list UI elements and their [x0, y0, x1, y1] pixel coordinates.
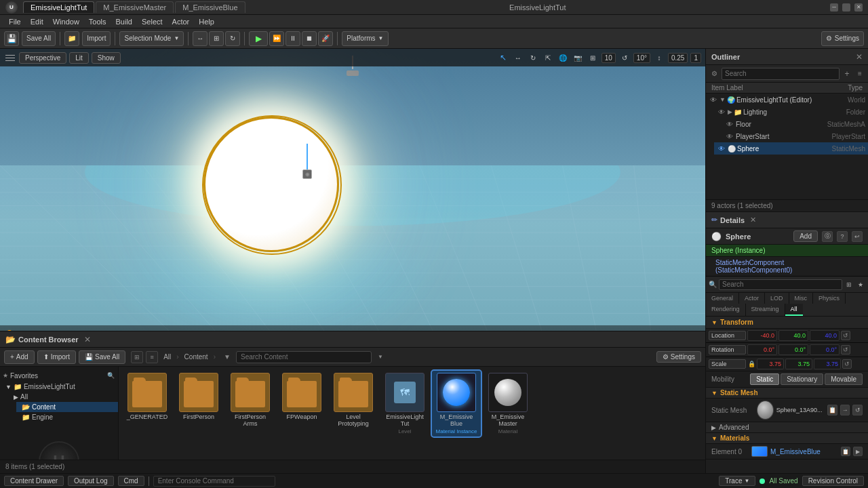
- mesh-find-btn[interactable]: →: [840, 405, 850, 415]
- tab-rendering[interactable]: Rendering: [706, 304, 746, 316]
- outliner-add-btn[interactable]: +: [842, 68, 852, 79]
- close-btn[interactable]: ✕: [854, 3, 863, 12]
- tab-misc[interactable]: Misc: [789, 293, 814, 304]
- cb-item-generated[interactable]: _GENERATED: [123, 371, 172, 436]
- sphere-instance-row[interactable]: Sphere (Instance): [706, 245, 868, 257]
- scale-x-input[interactable]: [757, 359, 784, 369]
- materials-section-header[interactable]: ▼ Materials: [706, 433, 868, 444]
- mat-use-btn[interactable]: ▶: [853, 447, 863, 456]
- cb-item-m-emissive-master[interactable]: M_Emissive Master Material: [484, 371, 532, 436]
- details-search-input[interactable]: [719, 279, 842, 290]
- cb-engine-item[interactable]: 📁 Engine: [16, 412, 118, 422]
- cb-icon-btn1[interactable]: ⊞: [131, 351, 143, 363]
- cb-item-firstperson-arms[interactable]: FirstPerson Arms: [226, 371, 275, 436]
- rotation-x-input[interactable]: [747, 344, 777, 355]
- cb-item-level-proto[interactable]: Level Prototyping: [329, 371, 378, 436]
- cb-item-firstperson[interactable]: FirstPerson: [174, 371, 223, 436]
- rotation-snap-icon[interactable]: ↺: [618, 52, 631, 64]
- details-add-btn[interactable]: Add: [793, 230, 818, 242]
- details-icon-btn1[interactable]: ⓪: [822, 231, 833, 242]
- stop-btn[interactable]: ⏹: [302, 31, 317, 46]
- tab-lod[interactable]: LOD: [765, 293, 789, 304]
- cb-item-m-emissive-blue[interactable]: M_Emissive Blue Material Instance: [432, 371, 481, 436]
- eye-icon-world[interactable]: 👁: [709, 95, 718, 104]
- outliner-filter-btn[interactable]: ⚙: [709, 68, 719, 79]
- cb-path-content[interactable]: Content: [182, 352, 211, 361]
- cb-close-btn[interactable]: ✕: [84, 335, 91, 344]
- console-input[interactable]: [153, 476, 275, 487]
- cb-all-item[interactable]: ▶ All: [8, 392, 118, 402]
- outliner-item-playerstart[interactable]: 👁 PlayerStart PlayerStart: [722, 130, 868, 142]
- cb-save-all-btn[interactable]: 💾 Save All: [79, 350, 125, 364]
- cb-icon-btn2[interactable]: ≡: [146, 351, 158, 363]
- play-btn[interactable]: ▶: [249, 31, 268, 46]
- toolbar-platforms[interactable]: Platforms ▼: [342, 31, 388, 46]
- cb-item-fpweapon[interactable]: FPWeapon: [277, 371, 326, 436]
- tab-general[interactable]: General: [706, 293, 739, 304]
- outliner-search-input[interactable]: [722, 68, 840, 80]
- outliner-item-world[interactable]: 👁 ▼ 🌍 EmissiveLightTut (Editor) World: [706, 94, 868, 106]
- cb-import-btn[interactable]: ⬆ Import: [37, 350, 76, 364]
- material-name-display[interactable]: M_EmissiveBlue: [770, 448, 821, 455]
- details-grid-view-btn[interactable]: ⊞: [844, 280, 854, 289]
- cb-filter-icon[interactable]: ▼: [221, 351, 233, 363]
- source-control-btn[interactable]: Revision Control: [802, 476, 864, 486]
- eye-icon-sphere[interactable]: 👁: [717, 144, 726, 153]
- mobility-static-btn[interactable]: Static: [750, 373, 779, 385]
- grid-snap-btn[interactable]: ⊞: [587, 52, 599, 64]
- translate-icon-btn[interactable]: ↔: [512, 52, 524, 64]
- location-x-input[interactable]: [747, 330, 777, 341]
- outliner-close-btn[interactable]: ✕: [856, 52, 863, 62]
- maximize-btn[interactable]: [842, 3, 850, 12]
- launch-btn[interactable]: 🚀: [318, 31, 333, 46]
- menu-window[interactable]: Window: [48, 16, 84, 27]
- sphere-component-row[interactable]: StaticMeshComponent (StaticMeshComponent…: [706, 257, 868, 277]
- details-icon-btn3[interactable]: ↩: [852, 231, 863, 242]
- menu-file[interactable]: File: [4, 16, 26, 27]
- details-close-btn[interactable]: ✕: [750, 216, 756, 224]
- eye-icon-playerstart[interactable]: 👁: [725, 131, 734, 141]
- mobility-stationary-btn[interactable]: Stationary: [781, 373, 823, 385]
- details-icon-btn2[interactable]: ?: [837, 231, 848, 242]
- content-drawer-btn[interactable]: Content Drawer: [4, 476, 64, 486]
- tab-all[interactable]: All: [785, 304, 803, 316]
- location-reset-btn[interactable]: ↺: [841, 331, 850, 340]
- scale-y-input[interactable]: [785, 359, 812, 369]
- eye-icon-lighting[interactable]: 👁: [717, 107, 726, 117]
- scale-lock-icon[interactable]: 🔒: [747, 360, 755, 368]
- outliner-item-sphere[interactable]: 👁 ⚪ Sphere StaticMesh: [714, 142, 868, 155]
- trace-btn[interactable]: Trace ▼: [719, 476, 755, 486]
- transform-section-header[interactable]: ▼ Transform: [706, 317, 868, 329]
- tab-emissivemaster[interactable]: M_EmissiveMaster: [96, 1, 174, 13]
- toolbar-settings[interactable]: ⚙ Settings: [821, 31, 864, 46]
- cb-add-btn[interactable]: + Add: [4, 350, 35, 364]
- menu-help[interactable]: Help: [194, 16, 219, 27]
- toolbar-content-btn[interactable]: 📁: [64, 31, 79, 46]
- scale-reset-btn[interactable]: ↺: [842, 359, 852, 369]
- cb-path-all[interactable]: All: [161, 352, 174, 361]
- cursor-icon-btn[interactable]: ↖: [497, 52, 509, 64]
- output-log-btn[interactable]: Output Log: [68, 476, 113, 486]
- transform-gizmo[interactable]: ⊕: [297, 144, 317, 184]
- cb-item-emissivelight-tut[interactable]: 🗺 EmissiveLight Tut Level: [380, 371, 429, 436]
- rotation-z-input[interactable]: [810, 344, 840, 355]
- show-btn[interactable]: Show: [92, 52, 121, 64]
- skip-next-btn[interactable]: ⏩: [269, 31, 284, 46]
- camera-icon-btn[interactable]: 📷: [572, 52, 584, 64]
- menu-select[interactable]: Select: [137, 16, 167, 27]
- tab-actor[interactable]: Actor: [739, 293, 765, 304]
- menu-edit[interactable]: Edit: [26, 16, 48, 27]
- perspective-btn[interactable]: Perspective: [19, 52, 66, 64]
- location-y-input[interactable]: [778, 330, 808, 341]
- outliner-item-floor[interactable]: 👁 Floor StaticMeshA: [722, 118, 868, 130]
- minimize-btn[interactable]: ─: [830, 3, 838, 12]
- static-mesh-section-header[interactable]: ▼ Static Mesh: [706, 388, 868, 399]
- cb-project-item[interactable]: ▼ 📁 EmissiveLightTut: [0, 382, 118, 392]
- scale-z-input[interactable]: [814, 359, 841, 369]
- location-z-input[interactable]: [810, 330, 840, 341]
- menu-build[interactable]: Build: [111, 16, 137, 27]
- cb-settings-btn[interactable]: ⚙ Settings: [656, 351, 701, 363]
- toolbar-rotate-btn[interactable]: ↻: [225, 31, 240, 46]
- scale-snap-icon[interactable]: ↕: [653, 52, 665, 64]
- toolbar-selection-mode[interactable]: Selection Mode ▼: [119, 31, 184, 46]
